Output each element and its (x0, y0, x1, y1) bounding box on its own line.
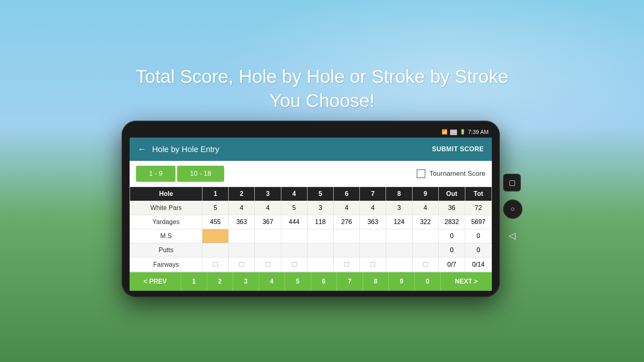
table-row: White Pars 5 4 4 5 3 4 4 3 4 36 72 (130, 201, 492, 215)
cell-ms-1[interactable] (202, 229, 229, 243)
tab-1-9[interactable]: 1 - 9 (136, 166, 175, 182)
cell-ms-5[interactable] (307, 229, 333, 243)
table-header-row: Hole 1 2 3 4 5 6 7 8 9 Out Tot (130, 187, 492, 201)
col-5: 5 (307, 187, 333, 201)
square-button[interactable]: ▢ (503, 174, 521, 191)
cell-ms-6[interactable] (334, 229, 360, 243)
col-2: 2 (229, 187, 255, 201)
phone-body: 📶 ▓▓ 🔋 7:39 AM ← Hole by Hole Entry SUBM… (122, 121, 500, 297)
nav-btn-3[interactable]: 3 (233, 272, 259, 291)
nav-btn-2[interactable]: 2 (207, 272, 233, 291)
col-7: 7 (360, 187, 386, 201)
cell-putts-tot: 0 (465, 243, 491, 257)
cell-putts-out: 0 (438, 243, 465, 257)
cell-putts-5[interactable] (307, 243, 333, 257)
android-back-button[interactable]: ◁ (503, 227, 521, 245)
nav-btn-0[interactable]: 0 (415, 272, 441, 291)
cell: 4 (360, 201, 386, 215)
headline-line2: You Choose! (269, 90, 375, 111)
cell-putts-9[interactable] (412, 243, 438, 257)
cell: 444 (281, 215, 307, 229)
cell-putts-6[interactable] (334, 243, 360, 257)
next-button[interactable]: NEXT > (441, 272, 492, 291)
cell-ms-3[interactable] (255, 229, 281, 243)
cell: 4 (334, 201, 360, 215)
cell: 4 (255, 201, 281, 215)
table-row: Yardages 455 363 367 444 118 276 363 124… (130, 215, 492, 229)
nav-btn-4[interactable]: 4 (259, 272, 285, 291)
app-header: ← Hole by Hole Entry SUBMIT SCORE (130, 138, 492, 161)
tournament-checkbox[interactable] (417, 169, 425, 178)
cell-ms-out: 0 (438, 229, 465, 243)
cell-putts-7[interactable] (360, 243, 386, 257)
cell-ms-4[interactable] (281, 229, 307, 243)
row-label-ms: M.S (130, 229, 202, 243)
circle-button[interactable]: ○ (503, 200, 522, 219)
cell-ms-2[interactable] (229, 229, 255, 243)
cell-fairway-9[interactable]: ☐ (412, 257, 438, 272)
cell-fairway-1[interactable]: ☐ (202, 257, 229, 272)
wifi-icon: 📶 (442, 129, 448, 135)
headline: Total Score, Hole by Hole or Stroke by S… (136, 65, 508, 113)
cell-fairway-4[interactable]: ☐ (281, 257, 307, 272)
cell-fairway-7[interactable]: ☐ (360, 257, 386, 272)
cell: 3 (386, 201, 412, 215)
col-3: 3 (255, 187, 281, 201)
cell-fairway-6[interactable]: ☐ (334, 257, 360, 272)
col-6: 6 (334, 187, 360, 201)
row-label-white-pars: White Pars (130, 201, 202, 215)
tab-row: 1 - 9 10 - 18 Tournament Score (130, 161, 492, 187)
submit-score-button[interactable]: SUBMIT SCORE (432, 146, 484, 153)
col-8: 8 (386, 187, 412, 201)
nav-btn-9[interactable]: 9 (389, 272, 415, 291)
nav-btn-5[interactable]: 5 (285, 272, 311, 291)
cell-ms-8[interactable] (386, 229, 412, 243)
square-icon: ▢ (509, 178, 516, 187)
header-title: Hole by Hole Entry (152, 145, 432, 154)
cell-fairway-2[interactable]: ☐ (229, 257, 255, 272)
cell: 322 (412, 215, 438, 229)
cell: 276 (334, 215, 360, 229)
col-9: 9 (412, 187, 438, 201)
nav-bar: < PREV 1 2 3 4 5 6 7 8 9 0 NEXT > (130, 272, 492, 291)
cell-fairway-5 (307, 257, 333, 272)
score-table: Hole 1 2 3 4 5 6 7 8 9 Out Tot (130, 187, 492, 272)
cell: 363 (229, 215, 255, 229)
table-row: Putts 0 0 (130, 243, 492, 257)
cell-putts-2[interactable] (229, 243, 255, 257)
cell: 3 (307, 201, 333, 215)
nav-btn-6[interactable]: 6 (311, 272, 337, 291)
circle-icon: ○ (511, 205, 515, 213)
status-bar: 📶 ▓▓ 🔋 7:39 AM (130, 127, 492, 138)
cell-fairway-tot: 0/14 (465, 257, 491, 272)
col-1: 1 (202, 187, 229, 201)
cell-putts-1[interactable] (202, 243, 229, 257)
device-frame: 📶 ▓▓ 🔋 7:39 AM ← Hole by Hole Entry SUBM… (122, 121, 522, 297)
tournament-area: Tournament Score (417, 169, 485, 178)
cell-putts-3[interactable] (255, 243, 281, 257)
cell-putts-8[interactable] (386, 243, 412, 257)
back-icon: ◁ (509, 230, 516, 241)
back-button[interactable]: ← (138, 144, 147, 154)
tab-10-18[interactable]: 10 - 18 (177, 166, 224, 182)
headline-line1: Total Score, Hole by Hole or Stroke by S… (136, 66, 508, 87)
status-time: 7:39 AM (468, 129, 489, 135)
prev-button[interactable]: < PREV (130, 272, 181, 291)
col-4: 4 (281, 187, 307, 201)
cell: 4 (412, 201, 438, 215)
nav-btn-1[interactable]: 1 (181, 272, 207, 291)
cell-putts-4[interactable] (281, 243, 307, 257)
cell: 72 (465, 201, 491, 215)
nav-btn-8[interactable]: 8 (363, 272, 389, 291)
cell-ms-7[interactable] (360, 229, 386, 243)
cell: 367 (255, 215, 281, 229)
table-row: Fairways ☐ ☐ ☐ ☐ ☐ ☐ ☐ 0/7 0/14 (130, 257, 492, 272)
side-buttons: ▢ ○ ◁ (503, 174, 522, 245)
cell: 363 (360, 215, 386, 229)
cell: 5 (281, 201, 307, 215)
tournament-label: Tournament Score (429, 170, 485, 178)
nav-btn-7[interactable]: 7 (337, 272, 363, 291)
cell-fairway-3[interactable]: ☐ (255, 257, 281, 272)
cell-ms-9[interactable] (412, 229, 438, 243)
cell-ms-tot: 0 (465, 229, 491, 243)
